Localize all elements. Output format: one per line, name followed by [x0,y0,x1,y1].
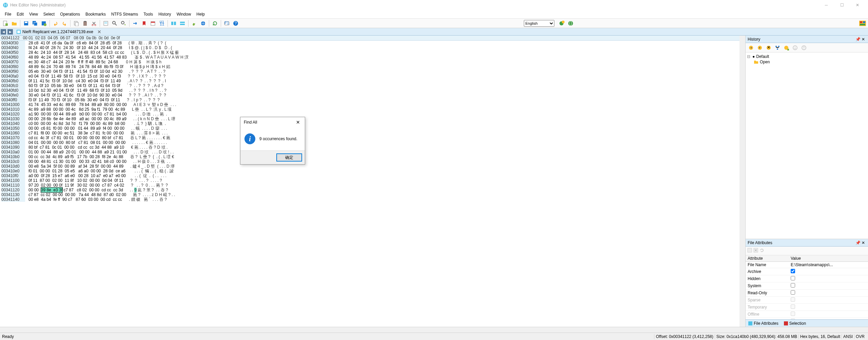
menu-tools[interactable]: Tools [141,11,156,18]
goto-button[interactable] [131,19,139,27]
save-all-button[interactable] [31,19,39,27]
attr-header-value[interactable]: Value [789,255,862,262]
hex-row[interactable]: 00341100 0f 11 87 00 02 00 11 8f 10 02 0… [1,178,744,183]
hex-row[interactable]: 00340fe0 30 e0 04 f3 0f 11 41 6c f3 0f 1… [1,93,744,98]
hex-row[interactable]: 00341120 00 00 39 8e e3 3f c7 87 c8 02 0… [1,188,744,192]
hex-row[interactable]: 003410e0 f0 01 00 00 01 28 05 e5 a6 a0 0… [1,169,744,173]
menu-window[interactable]: Window [174,11,194,18]
hex-row[interactable]: 00340f40 f4 24 40 0f 28 7c 24 30 0f 10 4… [1,45,744,50]
highlight-button[interactable] [190,19,198,27]
hex-row[interactable]: 00341050 00 00 c6 81 f0 00 00 00 01 44 8… [1,126,744,131]
save-button[interactable] [22,19,30,27]
attributes-close-button[interactable]: ✕ [861,240,866,245]
bookmark-button[interactable] [140,19,148,27]
hex-row[interactable]: 00341140 00 e8 4a b4 fe ff 90 c7 87 60 0… [1,197,744,202]
menu-select[interactable]: Select [41,11,57,18]
tab-selection[interactable]: Selection [781,320,809,326]
binary-button[interactable]: 0111 [158,19,166,27]
hex-row[interactable]: 00341090 80 bf c7 81 0c 01 00 00 cd cc c… [1,145,744,150]
hex-row[interactable]: 00340f50 28 4c 24 10 44 0f 28 14 24 48 8… [1,50,744,55]
history-child-node[interactable]: Open [747,59,867,65]
hex-row[interactable]: 003410d0 00 e8 5a 34 5f 00 00 89 af 34 2… [1,164,744,169]
tab-close-button[interactable]: ✕ [97,29,101,35]
attr-header-name[interactable]: Attribute [746,255,789,262]
menu-edit[interactable]: Edit [14,11,26,18]
properties-button[interactable] [102,19,110,27]
attribute-checkbox[interactable] [791,290,795,295]
cut-button[interactable] [90,19,98,27]
history-redo-button[interactable] [756,44,764,52]
history-tree-button[interactable] [773,44,782,52]
attribute-checkbox[interactable] [791,276,795,280]
attribute-row[interactable]: Temporary [746,304,868,311]
menu-ntfs-streams[interactable]: NTFS Streams [108,11,141,18]
tab-file-attributes[interactable]: File Attributes [746,320,781,326]
history-pin-button[interactable]: 📌 [855,37,861,42]
attribute-checkbox[interactable] [791,283,795,288]
hex-row[interactable]: 003410f0 a0 00 0f 28 15 e7 a6 e0 00 28 1… [1,173,744,178]
copy-button[interactable] [72,19,80,27]
hex-row[interactable]: 003410b0 00 cc cc 3d 4c 89 a9 f5 17 7b 0… [1,154,744,159]
globe-add-button[interactable] [558,19,566,27]
attribute-checkbox[interactable] [791,269,795,273]
open-file-button[interactable] [10,19,18,27]
attr-reset-button[interactable] [753,248,758,254]
hex-row[interactable]: 00341020 a1 90 00 00 00 44 89 a9 b0 00 0… [1,112,744,116]
hex-row[interactable]: 00341080 04 01 00 00 00 00 80 bf c7 81 0… [1,140,744,145]
history-export-button[interactable] [791,44,799,52]
history-close-button[interactable]: ✕ [861,37,866,42]
layout-button[interactable] [859,19,867,27]
language-select[interactable]: English [524,20,554,27]
minimize-button[interactable]: ─ [818,0,834,10]
new-file-button[interactable] [1,19,9,27]
menu-file[interactable]: File [2,11,14,18]
history-tree[interactable]: ⊟ ● Default Open [746,52,868,239]
menu-operations[interactable]: Operations [57,11,83,18]
history-root-node[interactable]: ⊟ ● Default [747,54,867,59]
attribute-row[interactable]: System [746,282,868,290]
hex-row[interactable]: 00341030 00 00 28 6b 6e 4e 4e 89 a9 ac 0… [1,116,744,121]
tab-next-button[interactable]: ▶ [7,29,13,35]
hex-row[interactable]: 00340fc0 60 f3 0f 10 05 bb 30 e0 04 f3 0… [1,83,744,88]
vertical-scrollbar[interactable] [739,36,745,327]
menu-bookmarks[interactable]: Bookmarks [83,11,108,18]
hex-row[interactable]: 00340ff0 f3 0f 11 49 70 f3 0f 10 05 8b 3… [1,98,744,102]
hex-row[interactable]: 00340fb0 0f 11 41 5c f3 0f 10 0d c4 30 e… [1,79,744,83]
history-save-button[interactable] [782,44,790,52]
hex-row[interactable]: 003410a0 01 00 00 44 88 a9 20 01 00 00 4… [1,150,744,154]
attribute-row[interactable]: File NameE:\Steam\steamapps\... [746,262,868,268]
calendar-button[interactable] [149,19,157,27]
dialog-ok-button[interactable]: 确定 [276,153,302,162]
menu-history[interactable]: History [156,11,174,18]
redo-button[interactable] [60,19,68,27]
paste-button[interactable] [81,19,89,27]
history-clear-button[interactable]: ✕ [765,44,773,52]
help-button[interactable]: ? [232,19,240,27]
hex-row[interactable]: 00341070 cd cc 4c 3f c7 81 00 01 00 00 0… [1,135,744,140]
hex-row[interactable]: 00341110 97 20 02 00 00 0f 11 9f 30 02 0… [1,183,744,188]
history-import-button[interactable] [800,44,808,52]
hex-editor-pane[interactable]: 00341122 00 01 02 03 04 05 06 07 08 09 0… [0,36,745,327]
hex-row[interactable]: 00341040 c0 00 00 00 4c 8d 3d 7d f1 79 0… [1,121,744,126]
attr-apply-button[interactable] [747,248,752,254]
split-h-button[interactable] [170,19,178,27]
hex-row[interactable]: 00341060 c7 81 f8 00 00 00 ec 51 38 3e c… [1,131,744,135]
find-button[interactable] [111,19,119,27]
history-undo-button[interactable] [747,44,755,52]
replace-button[interactable] [119,19,127,27]
hex-row[interactable]: 00341010 4c 89 a9 88 00 00 00 4c 8d 25 9… [1,107,744,112]
document-tab[interactable]: NieR Replicant ver.1.22474487139.exe ✕ [14,28,104,35]
hex-row[interactable]: 00340f90 05 eb 30 e0 04 f3 0f 11 41 54 f… [1,69,744,74]
f1-help-button[interactable]: F1 [223,19,231,27]
attribute-row[interactable]: Archive [746,268,868,275]
hex-row[interactable]: 00340fd0 10 0d b2 30 e0 04 f3 0f 11 49 6… [1,88,744,93]
attribute-row[interactable]: Read-Only [746,290,868,297]
maximize-button[interactable]: ☐ [834,0,850,10]
dialog-close-button[interactable]: ✕ [295,120,301,125]
menu-view[interactable]: View [26,11,41,18]
hex-row[interactable]: 00340f60 48 89 4c 24 08 57 41 54 41 55 4… [1,55,744,60]
hex-row[interactable]: 00341000 41 74 45 33 ed 4c 89 69 78 b4 8… [1,102,744,107]
attribute-row[interactable]: Hidden [746,275,868,282]
expand-icon[interactable]: ⊟ [747,54,751,59]
refresh-button[interactable] [211,19,219,27]
